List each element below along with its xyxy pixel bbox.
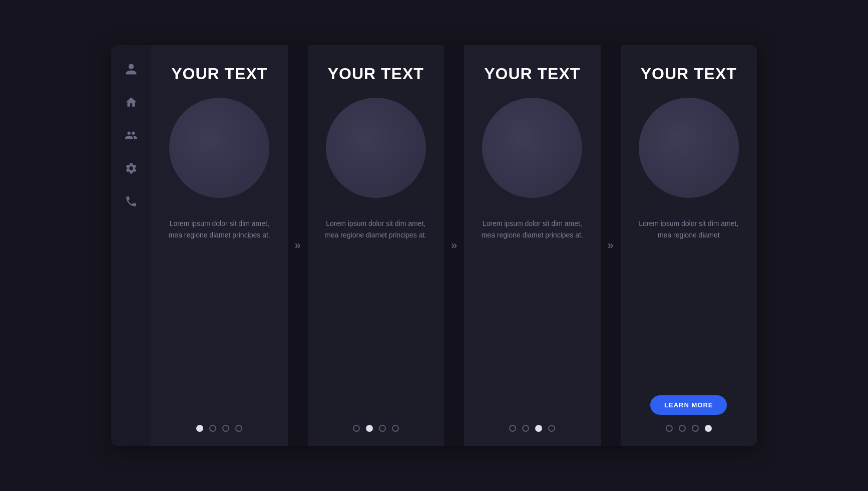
sidebar <box>111 45 151 446</box>
phone-icon[interactable] <box>122 192 140 210</box>
dot-4-1[interactable] <box>666 425 673 432</box>
card-4-text: Lorem ipsum dolor sit dim amet, mea regi… <box>633 218 745 387</box>
card-4-image <box>639 98 739 198</box>
card-2-text: Lorem ipsum dolor sit dim amet, mea regi… <box>320 218 432 415</box>
user-icon[interactable] <box>122 60 140 78</box>
card-3-dots <box>509 425 555 432</box>
arrow-connector-3 <box>601 45 621 446</box>
dot-1-2[interactable] <box>209 425 216 432</box>
team-icon[interactable] <box>122 126 140 144</box>
dot-3-4[interactable] <box>548 425 555 432</box>
card-3-text: Lorem ipsum dolor sit dim amet, mea regi… <box>477 218 588 415</box>
learn-more-button[interactable]: LEARN MORE <box>650 395 727 415</box>
card-1-dots <box>196 425 242 432</box>
card-2-image <box>326 98 426 198</box>
card-3-title: YOUR TEXT <box>484 65 580 83</box>
card-4-title: YOUR TEXT <box>641 65 737 83</box>
card-3: YOUR TEXT Lorem ipsum dolor sit dim amet… <box>464 45 601 446</box>
arrow-connector-2 <box>444 45 464 446</box>
dot-3-1[interactable] <box>509 425 516 432</box>
card-1-image <box>169 98 269 198</box>
dot-2-4[interactable] <box>392 425 399 432</box>
dot-4-2[interactable] <box>679 425 686 432</box>
arrow-connector-1 <box>288 45 308 446</box>
dot-2-1[interactable] <box>353 425 360 432</box>
card-2-title: YOUR TEXT <box>328 65 424 83</box>
dot-4-4[interactable] <box>705 425 712 432</box>
home-icon[interactable] <box>122 93 140 111</box>
card-3-image <box>482 98 582 198</box>
dot-1-3[interactable] <box>222 425 229 432</box>
main-container: YOUR TEXT Lorem ipsum dolor sit dim amet… <box>111 45 757 446</box>
dot-1-1[interactable] <box>196 425 203 432</box>
card-4: YOUR TEXT Lorem ipsum dolor sit dim amet… <box>621 45 757 446</box>
dot-2-2[interactable] <box>366 425 373 432</box>
card-1-title: YOUR TEXT <box>171 65 267 83</box>
dot-3-3[interactable] <box>535 425 542 432</box>
card-2: YOUR TEXT Lorem ipsum dolor sit dim amet… <box>308 45 445 446</box>
card-1: YOUR TEXT Lorem ipsum dolor sit dim amet… <box>151 45 288 446</box>
settings-icon[interactable] <box>122 159 140 177</box>
card-2-dots <box>353 425 399 432</box>
dot-4-3[interactable] <box>692 425 699 432</box>
dot-1-4[interactable] <box>235 425 242 432</box>
card-1-text: Lorem ipsum dolor sit dim amet, mea regi… <box>164 218 275 415</box>
card-4-dots <box>666 425 712 432</box>
cards-wrapper: YOUR TEXT Lorem ipsum dolor sit dim amet… <box>151 45 757 446</box>
dot-2-3[interactable] <box>379 425 386 432</box>
dot-3-2[interactable] <box>522 425 529 432</box>
